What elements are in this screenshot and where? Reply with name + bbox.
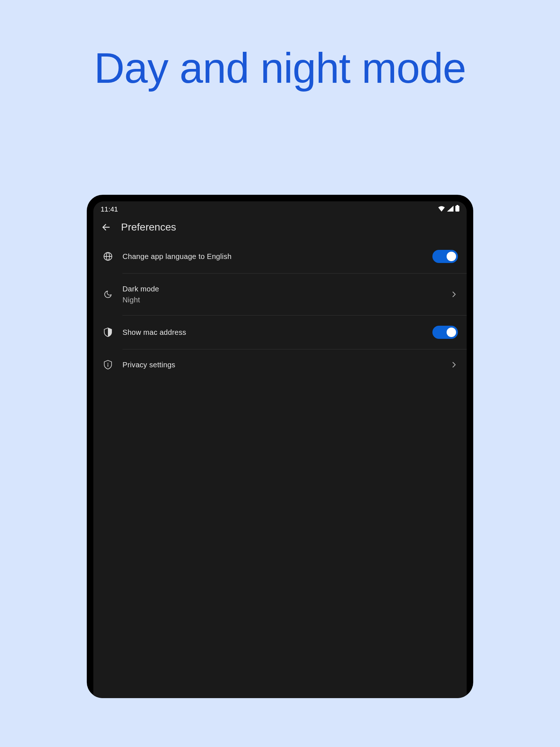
status-bar: 11:41 bbox=[93, 201, 467, 216]
back-icon[interactable] bbox=[101, 222, 111, 232]
row-privacy[interactable]: Privacy settings bbox=[93, 349, 467, 380]
app-bar: Preferences bbox=[93, 216, 467, 240]
svg-rect-1 bbox=[456, 205, 458, 206]
switch-language[interactable] bbox=[432, 250, 458, 263]
device-frame: 11:41 Preferences bbox=[87, 195, 473, 698]
row-mac-title: Show mac address bbox=[122, 327, 424, 337]
switch-mac[interactable] bbox=[432, 326, 458, 339]
wifi-icon bbox=[438, 205, 445, 213]
device-screen: 11:41 Preferences bbox=[93, 201, 467, 698]
shield-half-icon bbox=[102, 328, 114, 337]
signal-icon bbox=[447, 205, 454, 213]
chevron-right-icon bbox=[450, 361, 458, 369]
row-mac-address[interactable]: Show mac address bbox=[93, 316, 467, 349]
row-language-title: Change app language to English bbox=[122, 251, 424, 262]
moon-icon bbox=[102, 290, 114, 299]
shield-info-icon bbox=[102, 360, 114, 369]
hero-title: Day and night mode bbox=[0, 0, 560, 93]
row-language[interactable]: Change app language to English bbox=[93, 240, 467, 273]
settings-list: Change app language to English Dark mode… bbox=[93, 240, 467, 380]
page-title: Preferences bbox=[121, 221, 176, 233]
status-time: 11:41 bbox=[101, 205, 118, 213]
globe-icon bbox=[102, 252, 114, 261]
status-icons bbox=[438, 205, 459, 213]
row-privacy-title: Privacy settings bbox=[122, 360, 441, 370]
svg-rect-0 bbox=[455, 206, 459, 212]
row-dark-title: Dark mode bbox=[122, 284, 441, 294]
row-dark-sub: Night bbox=[122, 295, 441, 305]
row-dark-mode[interactable]: Dark mode Night bbox=[93, 274, 467, 315]
battery-icon bbox=[455, 205, 459, 213]
chevron-right-icon bbox=[450, 290, 458, 298]
svg-point-6 bbox=[108, 363, 108, 364]
